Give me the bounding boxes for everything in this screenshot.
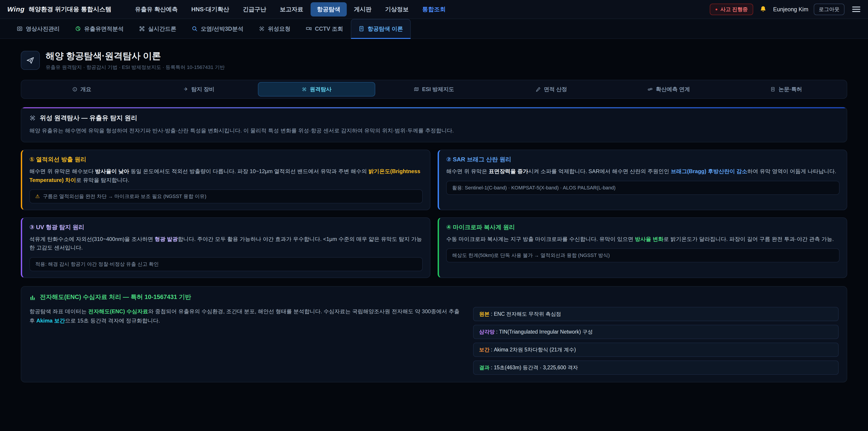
enc-row-source: 원본ENC 전자해도 무작위 측심점 bbox=[473, 307, 839, 321]
tab-papers-patents[interactable]: 논문·특허 bbox=[727, 82, 845, 96]
bar-chart-icon bbox=[29, 294, 36, 300]
tab-remote-sensing[interactable]: 원격탐사 bbox=[258, 82, 375, 96]
app-logo[interactable]: Wing bbox=[7, 5, 25, 13]
area-calc-icon bbox=[536, 87, 541, 92]
hamburger-menu-icon[interactable] bbox=[852, 5, 861, 13]
tab-equipment[interactable]: ✈ 탐지 장비 bbox=[141, 82, 258, 96]
card-title: ③ UV 형광 탐지 원리 bbox=[29, 223, 423, 231]
card-note: ⚠ 구름은 열적외선을 완전 차단 → 마이크로파 보조 필요 (NGSST 융… bbox=[29, 189, 423, 204]
subnav-item-satellite-request[interactable]: 위성요청 bbox=[251, 19, 298, 38]
menu-item-weather[interactable]: 기상정보 bbox=[379, 2, 415, 17]
satellite-icon bbox=[259, 26, 265, 32]
brand: Wing 해양환경 위기대응 통합시스템 bbox=[7, 5, 112, 13]
cctv-icon bbox=[306, 26, 312, 32]
enc-row-tin: 삼각망TIN(Triangulated Irregular Network) 구… bbox=[473, 325, 839, 339]
topnav-right: ● 사고 진행중 Eunjeong Kim 로그아웃 bbox=[710, 4, 861, 15]
top-navigation: Wing 해양환경 위기대응 통합시스템 유출유 확산예측 HNS·대기확산 긴… bbox=[0, 0, 868, 19]
main-content: 해양 항공탐색·원격탐사 이론 유출유 원격탐지 · 항공감시 기법 · ESI… bbox=[0, 39, 868, 409]
theory-tabbar: 개요 ✈ 탐지 장비 원격탐사 ESI 방제지도 면적 산정 확산예측 연계 논… bbox=[21, 80, 847, 99]
main-menu: 유출유 확산예측 HNS·대기확산 긴급구난 보고자료 항공탐색 게시판 기상정… bbox=[129, 2, 452, 17]
magnifier-icon bbox=[192, 26, 197, 32]
subnav-item-cctv[interactable]: CCTV 조회 bbox=[298, 19, 351, 38]
menu-item-hns[interactable]: HNS·대기확산 bbox=[185, 2, 236, 17]
tab-overview[interactable]: 개요 bbox=[23, 82, 141, 96]
menu-item-integrated-search[interactable]: 통합조회 bbox=[416, 2, 452, 17]
menu-item-spill-forecast[interactable]: 유출유 확산예측 bbox=[129, 2, 184, 17]
bell-icon bbox=[760, 6, 767, 13]
enc-content: 항공탐색 좌표 데이터는 전자해도(ENC) 수심자료와 중첩되어 유출유의 수… bbox=[29, 307, 839, 375]
warning-icon: ⚠ bbox=[35, 193, 40, 199]
logout-button[interactable]: 로그아웃 bbox=[814, 4, 844, 15]
card-uv-fluorescence: ③ UV 형광 탐지 원리 석유계 탄화수소에 자외선(310~400nm)을 … bbox=[21, 217, 430, 278]
satellite-title-icon bbox=[29, 115, 36, 121]
card-note: 해상도 한계(50km)로 단독 사용 불가 → 열적외선과 융합 (NGSST… bbox=[446, 248, 839, 263]
theory-doc-icon bbox=[359, 26, 364, 32]
menu-item-aerial-search[interactable]: 항공탐색 bbox=[311, 2, 347, 17]
enc-row-interpolation: 보간Akima 2차원 5차다항식 (21개 계수) bbox=[473, 343, 839, 357]
subnav-item-area-analysis[interactable]: 유출유면적분석 bbox=[67, 19, 131, 38]
diffusion-link-icon bbox=[648, 87, 653, 92]
card-thermal-infrared: ① 열적외선 방출 원리 해수면 위 유막은 해수보다 방사율이 낮아 동일 온… bbox=[21, 150, 430, 210]
card-title: ② SAR 브래그 산란 원리 bbox=[446, 155, 839, 163]
app-title: 해양환경 위기대응 통합시스템 bbox=[29, 5, 112, 13]
menu-item-reports[interactable]: 보고자료 bbox=[274, 2, 310, 17]
photo-icon bbox=[17, 26, 23, 32]
subnav-item-aerial-theory[interactable]: 항공탐색 이론 bbox=[351, 19, 411, 39]
page-subtitle: 유출유 원격탐지 · 항공감시 기법 · ESI 방제정보지도 · 등록특허 1… bbox=[46, 64, 225, 71]
enc-process-rows: 원본ENC 전자해도 무작위 측심점 삼각망TIN(Triangulated I… bbox=[473, 307, 839, 375]
drone-icon bbox=[139, 26, 145, 32]
incident-status-badge: ● 사고 진행중 bbox=[710, 4, 753, 15]
subnav-item-photo-management[interactable]: 영상사진관리 bbox=[9, 19, 67, 38]
enc-panel-title: 전자해도(ENC) 수심자료 처리 — 특허 10-1567431 기반 bbox=[29, 293, 839, 301]
notifications-button[interactable] bbox=[758, 5, 768, 14]
card-microwave-radiometer: ④ 마이크로파 복사계 원리 수동 마이크로파 복사계는 지구 방출 마이크로파… bbox=[438, 217, 847, 278]
incident-status-label: 사고 진행중 bbox=[720, 6, 748, 13]
tab-area-calculation[interactable]: 면적 산정 bbox=[493, 82, 610, 96]
card-title: ④ 마이크로파 복사계 원리 bbox=[446, 223, 839, 231]
menu-item-board[interactable]: 게시판 bbox=[348, 2, 378, 17]
remote-sensing-panel: 위성 원격탐사 — 유출유 탐지 원리 해양 유출유는 해수면에 유막을 형성하… bbox=[21, 107, 847, 143]
area-analysis-icon bbox=[75, 26, 81, 32]
aerial-search-icon bbox=[21, 51, 40, 70]
subnav-item-pollution-3d[interactable]: 오염/선박3D분석 bbox=[184, 19, 251, 38]
card-sar-bragg: ② SAR 브래그 산란 원리 해수면 위 유막은 표면장력을 증가시켜 소파를… bbox=[438, 150, 847, 210]
sub-navigation: 영상사진관리 유출유면적분석 실시간드론 오염/선박3D분석 위성요청 CCTV… bbox=[0, 19, 868, 39]
user-name: Eunjeong Kim bbox=[773, 6, 808, 13]
papers-icon bbox=[770, 87, 775, 92]
card-note: 활용: Sentinel-1(C-band) · KOMPSAT-5(X-ban… bbox=[446, 181, 839, 195]
incident-dot-icon: ● bbox=[715, 7, 718, 11]
card-note: 적용: 해경 감시 항공기 야간 정찰·비정상 유출 신고 확인 bbox=[29, 257, 423, 271]
enc-row-result: 결과15초(463m) 등간격 · 3,225,600 격자 bbox=[473, 361, 839, 375]
card-body: 해수면 위 유막은 표면장력을 증가시켜 소파를 억제합니다. SAR에서 해수… bbox=[446, 167, 839, 176]
page-header: 해양 항공탐색·원격탐사 이론 유출유 원격탐지 · 항공감시 기법 · ESI… bbox=[21, 50, 847, 71]
remote-sensing-description: 해양 유출유는 해수면에 유막을 형성하여 전자기파 반사·방출·산란 특성을 … bbox=[29, 126, 839, 135]
page-title: 해양 항공탐색·원격탐사 이론 bbox=[46, 50, 225, 62]
plane-icon: ✈ bbox=[184, 86, 188, 92]
overview-icon bbox=[72, 87, 77, 92]
card-body: 수동 마이크로파 복사계는 지구 방출 마이크로파를 수신합니다. 유막이 있으… bbox=[446, 235, 839, 243]
card-title: ① 열적외선 방출 원리 bbox=[29, 155, 423, 163]
enc-paragraph: 항공탐색 좌표 데이터는 전자해도(ENC) 수심자료와 중첩되어 유출유의 수… bbox=[29, 307, 460, 326]
card-body: 해수면 위 유막은 해수보다 방사율이 낮아 동일 온도에서도 적외선 방출량이… bbox=[29, 167, 423, 184]
card-body: 석유계 탄화수소에 자외선(310~400nm)을 조사하면 형광 발광합니다.… bbox=[29, 235, 423, 252]
remote-sensing-icon bbox=[302, 87, 307, 92]
principle-cards: ① 열적외선 방출 원리 해수면 위 유막은 해수보다 방사율이 낮아 동일 온… bbox=[21, 150, 847, 278]
remote-sensing-panel-title: 위성 원격탐사 — 유출유 탐지 원리 bbox=[29, 114, 839, 122]
subnav-item-realtime-drone[interactable]: 실시간드론 bbox=[131, 19, 184, 38]
tab-esi-map[interactable]: ESI 방제지도 bbox=[375, 82, 493, 96]
menu-item-rescue[interactable]: 긴급구난 bbox=[237, 2, 273, 17]
esi-map-icon bbox=[414, 87, 419, 92]
tab-diffusion-link[interactable]: 확산예측 연계 bbox=[610, 82, 727, 96]
enc-panel: 전자해도(ENC) 수심자료 처리 — 특허 10-1567431 기반 항공탐… bbox=[21, 286, 847, 382]
